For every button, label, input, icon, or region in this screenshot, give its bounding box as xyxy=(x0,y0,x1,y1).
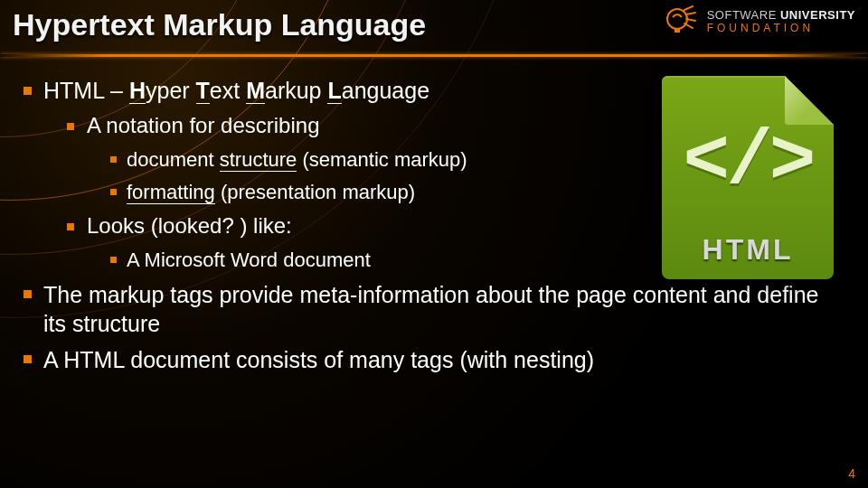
html-file-icon: </> HTML xyxy=(662,76,834,279)
text: HTML – xyxy=(43,78,129,103)
page-number: 4 xyxy=(848,466,855,481)
brand-line3: FOUNDATION xyxy=(707,22,814,34)
brand-logo: SOFTWARE UNIVERSITY FOUNDATION xyxy=(662,4,855,40)
slide-title: Hypertext Markup Language xyxy=(13,7,426,42)
text: A notation for describing xyxy=(87,113,320,137)
text: A Microsoft Word document xyxy=(127,249,371,271)
title-divider xyxy=(0,54,868,57)
brand-line2: UNIVERSITY xyxy=(780,8,855,22)
bullet: A HTML document consists of many tags (w… xyxy=(24,345,844,374)
text: A HTML document consists of many tags (w… xyxy=(43,347,594,372)
file-icon-tag: </> xyxy=(662,117,834,206)
brand-line1: SOFTWARE xyxy=(707,8,777,22)
file-icon-label: HTML xyxy=(662,233,834,267)
text: The markup tags provide meta-information… xyxy=(43,282,818,336)
text: Looks (looked? ) like: xyxy=(87,213,292,238)
svg-point-0 xyxy=(667,9,687,29)
slide: Hypertext Markup Language SOFTWARE UNIVE… xyxy=(0,0,868,488)
bullet: The markup tags provide meta-information… xyxy=(24,280,844,338)
brand-text: SOFTWARE UNIVERSITY FOUNDATION xyxy=(707,9,855,33)
lightbulb-icon xyxy=(662,4,698,40)
